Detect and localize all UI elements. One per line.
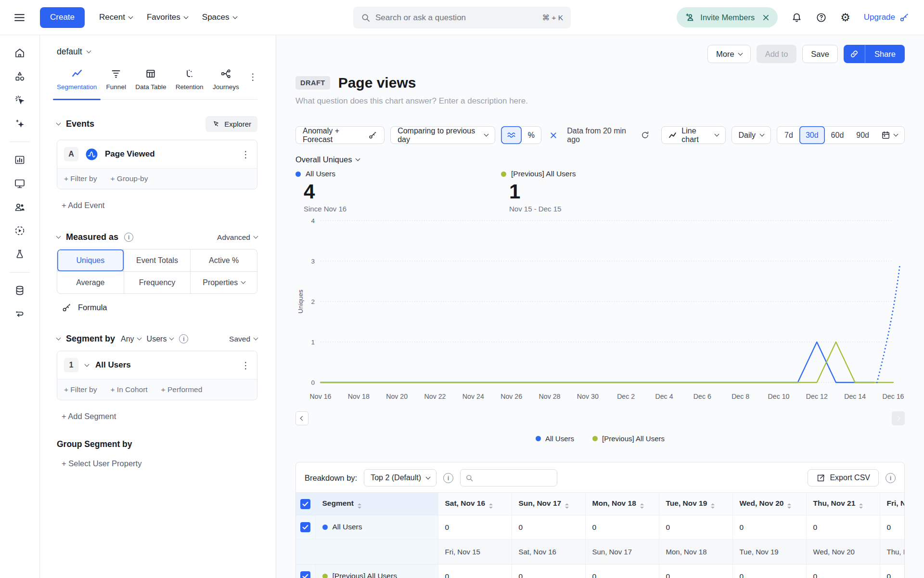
objects-icon[interactable] (14, 71, 26, 82)
help-icon[interactable] (816, 12, 827, 23)
tabs-overflow-kebab-icon[interactable]: ⋮ (248, 72, 257, 81)
create-button[interactable]: Create (40, 7, 85, 28)
home-icon[interactable] (14, 47, 26, 59)
collapse-chevron-icon[interactable] (56, 234, 61, 239)
row-checkbox[interactable] (300, 522, 310, 532)
sort-icon[interactable] (565, 503, 569, 509)
breakdown-search-input[interactable] (477, 474, 552, 482)
dismiss-invite-icon[interactable] (762, 14, 770, 21)
add-event-link[interactable]: + Add Event (57, 201, 257, 210)
recent-menu[interactable]: Recent (99, 13, 132, 22)
tab-segmentation[interactable]: Segmentation (57, 68, 97, 99)
scroll-left-button[interactable] (295, 411, 308, 425)
segment-column-header[interactable]: Segment (315, 493, 438, 515)
share-button[interactable]: Share (865, 45, 905, 63)
notifications-bell-icon[interactable] (791, 12, 802, 23)
line-chart[interactable]: 01234UniquesNov 16Nov 18Nov 20Nov 22Nov … (295, 215, 905, 404)
range-30d[interactable]: 30d (799, 126, 825, 144)
metric-selector[interactable]: Overall Uniques (295, 155, 905, 164)
measure-option-average[interactable]: Average (57, 272, 124, 293)
segment-any-dropdown[interactable]: Any (121, 335, 141, 343)
measure-option-active-[interactable]: Active % (191, 250, 257, 271)
legend-item[interactable]: All Users (536, 434, 574, 443)
range-7d[interactable]: 7d (778, 126, 799, 144)
settings-gear-icon[interactable]: ⚙ (840, 12, 850, 23)
date-column-header[interactable]: Mon, Nov 18 (585, 493, 659, 515)
segment-users-dropdown[interactable]: Users (147, 335, 174, 343)
custom-date-range-button[interactable] (875, 131, 903, 140)
session-replay-icon[interactable] (14, 225, 26, 236)
date-column-header[interactable]: Wed, Nov 20 (732, 493, 806, 515)
event-name[interactable]: Page Viewed (105, 149, 155, 159)
sort-icon[interactable] (489, 503, 493, 509)
global-search[interactable]: ⌘ + K (353, 7, 571, 28)
measure-option-event-totals[interactable]: Event Totals (124, 250, 191, 271)
select-user-property-link[interactable]: + Select User Property (57, 459, 257, 468)
range-90d[interactable]: 90d (850, 126, 875, 144)
refresh-icon[interactable] (641, 131, 650, 140)
chart-type-dropdown[interactable]: Line chart (661, 126, 725, 144)
remove-comparison-icon[interactable] (550, 131, 557, 139)
collapse-chevron-icon[interactable] (56, 121, 61, 126)
sort-icon[interactable] (640, 503, 644, 509)
favorites-menu[interactable]: Favorites (147, 13, 188, 22)
sort-icon[interactable] (711, 503, 715, 509)
explorer-button[interactable]: Explorer (205, 116, 257, 132)
search-input[interactable] (375, 13, 537, 23)
users-icon[interactable] (14, 201, 26, 213)
measure-option-uniques[interactable]: Uniques (57, 250, 124, 271)
tab-retention[interactable]: Retention (176, 68, 204, 99)
event-filter-by-link[interactable]: + Filter by (64, 174, 97, 183)
invite-members-button[interactable]: Invite Members (677, 7, 778, 27)
ai-sparkles-icon[interactable] (14, 118, 26, 130)
range-60d[interactable]: 60d (825, 126, 850, 144)
chart-description-placeholder[interactable]: What question does this chart answer? En… (295, 96, 905, 106)
date-column-header[interactable]: Sun, Nov 17 (512, 493, 585, 515)
tab-funnel[interactable]: Funnel (106, 68, 126, 99)
dashboards-icon[interactable] (14, 178, 26, 189)
event-options-kebab-icon[interactable]: ⋮ (241, 150, 250, 159)
percent-toggle[interactable]: % (521, 127, 541, 144)
scroll-right-button[interactable] (892, 411, 905, 425)
panel-view-selector[interactable]: default (57, 47, 257, 57)
chevron-down-icon[interactable] (85, 362, 90, 367)
info-icon[interactable]: i (124, 233, 133, 242)
row-checkbox[interactable] (300, 499, 310, 509)
add-to-button[interactable]: Add to (757, 45, 797, 63)
segment-in-cohort-link[interactable]: + In Cohort (110, 385, 147, 394)
legend-item[interactable]: [Previous] All Users (592, 434, 665, 443)
spaces-menu[interactable]: Spaces (202, 13, 237, 22)
measure-option-frequency[interactable]: Frequency (124, 272, 191, 293)
segment-filter-by-link[interactable]: + Filter by (64, 385, 97, 394)
saved-segments-dropdown[interactable]: Saved (229, 335, 257, 343)
charts-icon[interactable] (14, 154, 26, 166)
date-column-header[interactable]: Sat, Nov 16 (438, 493, 512, 515)
anomaly-forecast-button[interactable]: Anomaly + Forecast (295, 126, 385, 144)
more-button[interactable]: More (707, 45, 751, 63)
segment-row-name[interactable]: All Users (333, 523, 362, 531)
connections-route-icon[interactable] (14, 308, 26, 320)
measure-option-properties[interactable]: Properties (191, 272, 257, 293)
date-column-header[interactable]: Fri, Nov 22 (880, 493, 905, 515)
date-column-header[interactable]: Thu, Nov 21 (806, 493, 880, 515)
date-column-header[interactable]: Tue, Nov 19 (659, 493, 732, 515)
save-button[interactable]: Save (802, 45, 838, 63)
info-icon[interactable]: i (179, 334, 188, 343)
event-stream-icon[interactable] (14, 94, 26, 106)
breakdown-search[interactable] (460, 469, 557, 486)
data-database-icon[interactable] (14, 285, 26, 296)
wave-overlay-toggle[interactable] (501, 126, 522, 144)
segment-row-name[interactable]: [Previous] All Users (333, 572, 397, 578)
add-segment-link[interactable]: + Add Segment (57, 412, 257, 421)
sort-icon[interactable] (787, 503, 791, 509)
compare-dropdown[interactable]: Comparing to previous day (390, 126, 495, 144)
breakdown-top-dropdown[interactable]: Top 2 (Default) (364, 469, 436, 486)
export-csv-button[interactable]: Export CSV (808, 469, 879, 486)
tab-journeys[interactable]: Journeys (213, 68, 239, 99)
upgrade-link[interactable]: Upgrade (864, 12, 910, 23)
advanced-dropdown[interactable]: Advanced (217, 233, 257, 242)
hamburger-menu-icon[interactable] (13, 12, 26, 24)
segment-options-kebab-icon[interactable]: ⋮ (241, 361, 250, 370)
sort-icon[interactable] (859, 503, 863, 509)
formula-button[interactable]: Formula (57, 302, 257, 313)
